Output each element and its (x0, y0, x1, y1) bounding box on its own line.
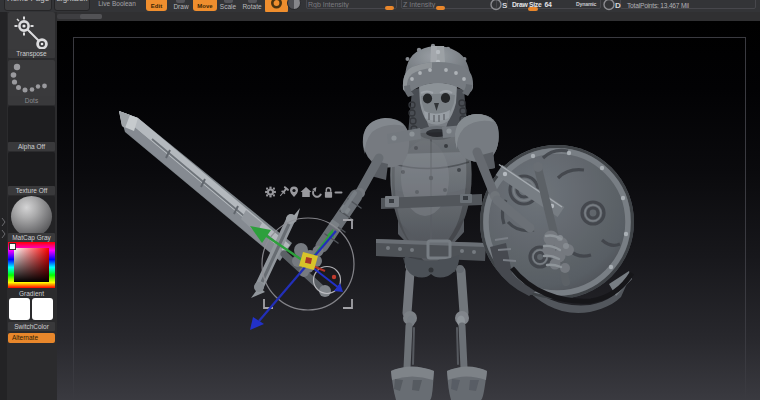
svg-text:D: D (615, 1, 621, 10)
